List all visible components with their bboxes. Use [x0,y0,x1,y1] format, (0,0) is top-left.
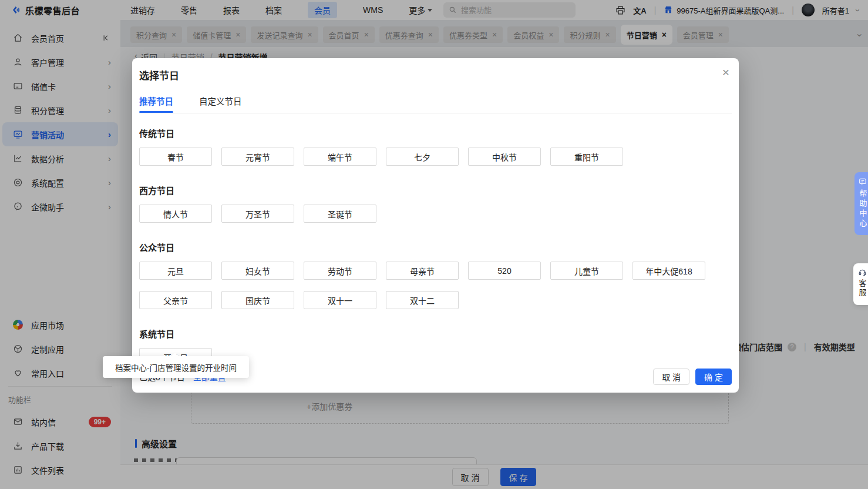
holiday-button-row: 元旦 妇女节 劳动节 母亲节 520 儿童节 年中大促618 父亲节 国庆节 双… [139,262,732,309]
holiday-button[interactable]: 年中大促618 [633,262,705,280]
section-title: 公众节日 [139,241,732,253]
modal-tabs: 推荐节日 自定义节日 [139,95,732,113]
section-title: 系统节日 [139,327,732,340]
app-window: 乐檬零售后台 进销存 零售 报表 档案 会员 WMS 更多 文A | 99675… [0,0,868,489]
holiday-button[interactable]: 万圣节 [221,205,294,223]
modal-confirm-button[interactable]: 确 定 [695,369,732,385]
holiday-button[interactable]: 儿童节 [550,262,623,280]
tab-recommended-holidays[interactable]: 推荐节日 [139,95,173,113]
holiday-button[interactable]: 母亲节 [386,262,459,280]
holiday-button-row: 情人节 万圣节 圣诞节 [139,205,732,223]
holiday-button[interactable]: 妇女节 [221,262,294,280]
holiday-button[interactable]: 双十一 [304,291,376,309]
customer-service-widget[interactable]: 客服 [853,263,868,305]
holiday-button[interactable]: 春节 [139,148,212,166]
holiday-button[interactable]: 圣诞节 [304,205,376,223]
help-center-label: 帮助中心 [857,189,868,229]
holiday-button[interactable]: 父亲节 [139,291,212,309]
headset-icon [858,268,867,277]
holiday-button-row: 春节 元宵节 端午节 七夕 中秋节 重阳节 [139,148,732,166]
section-traditional: 传统节日 春节 元宵节 端午节 七夕 中秋节 重阳节 [139,127,732,166]
holiday-button[interactable]: 中秋节 [468,148,541,166]
section-title: 西方节日 [139,184,732,196]
tab-custom-holidays[interactable]: 自定义节日 [199,95,242,113]
holiday-button[interactable]: 元宵节 [221,148,294,166]
customer-service-label: 客服 [857,279,868,298]
modal-title: 选择节日 [139,58,732,82]
modal-cancel-button[interactable]: 取 消 [653,369,689,385]
holiday-button[interactable]: 端午节 [304,148,376,166]
holiday-button[interactable]: 520 [468,262,541,280]
section-public: 公众节日 元旦 妇女节 劳动节 母亲节 520 儿童节 年中大促618 父亲节 … [139,241,732,309]
help-center-widget[interactable]: 帮助中心 [854,172,868,235]
close-icon[interactable]: × [722,66,729,78]
holiday-button[interactable]: 国庆节 [221,291,294,309]
holiday-button[interactable]: 元旦 [139,262,212,280]
holiday-button[interactable]: 重阳节 [550,148,623,166]
holiday-button[interactable]: 情人节 [139,205,212,223]
select-holiday-modal: 选择节日 × 推荐节日 自定义节日 传统节日 春节 元宵节 端午节 七夕 中秋节… [132,58,739,393]
opening-day-tooltip: 档案中心-门店管理设置的开业时间 [103,356,249,378]
holiday-button[interactable]: 劳动节 [304,262,376,280]
help-chat-icon [859,177,867,186]
section-western: 西方节日 情人节 万圣节 圣诞节 [139,184,732,223]
holiday-button[interactable]: 七夕 [386,148,459,166]
holiday-button[interactable]: 双十二 [386,291,459,309]
section-title: 传统节日 [139,127,732,139]
